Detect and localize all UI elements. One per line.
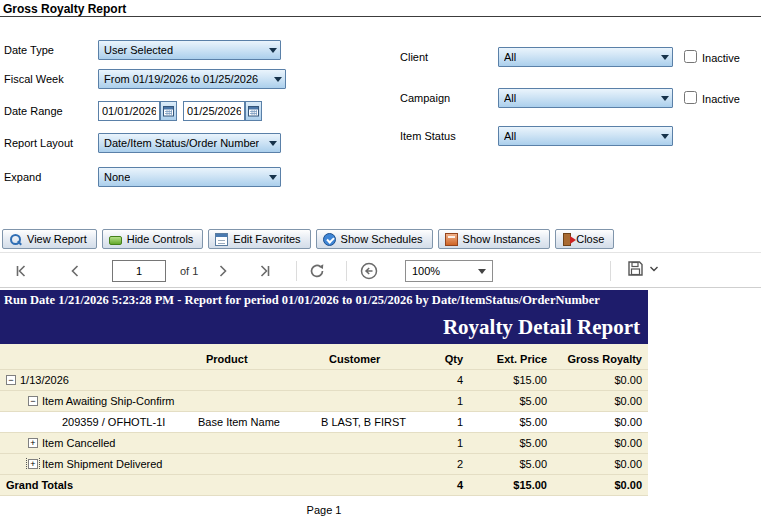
chevron-down-icon [269,48,277,53]
cell-c6: $0.00 [555,437,648,449]
item-status-label: Item Status [400,130,456,142]
refresh-icon [308,262,326,280]
report-row: 209359 / OFHOTL-1IBase Item NameB LAST, … [0,412,648,433]
action-button-bar: View ReportHide ControlsEdit FavoritesSh… [2,229,614,249]
expand-select[interactable]: None [98,167,281,187]
cell-c6: $0.00 [555,416,648,428]
hide-controls-button[interactable]: Hide Controls [102,229,204,249]
column-header-ext-price: Ext. Price [465,353,555,365]
date-type-select[interactable]: User Selected [98,40,281,60]
report-viewer: Run Date 1/21/2026 5:23:28 PM - Report f… [0,290,648,516]
date-range-label: Date Range [4,105,63,117]
page-title: Gross Royalty Report [0,0,761,16]
report-row: −Item Awaiting Ship-Confirm1$5.00$0.00 [0,391,648,412]
refresh-button[interactable] [304,259,330,283]
cell-c6: $0.00 [555,479,648,491]
view-report-button[interactable]: View Report [2,229,97,249]
magnifier-icon [9,233,22,246]
page-number-input[interactable] [112,260,166,282]
cell-c6: $0.00 [555,374,648,386]
page-count-label: of 1 [180,265,198,277]
group-cell: 209359 / OFHOTL-1I [0,416,190,428]
date-range-from-input[interactable] [98,101,160,121]
expand-toggle-icon[interactable]: + [28,438,38,448]
button-label: Close [576,233,604,245]
report-rows: −1/13/20264$15.00$0.00−Item Awaiting Shi… [0,370,648,496]
report-header-row: Product Customer Qty Ext. Price Gross Ro… [0,344,648,370]
button-label: Show Schedules [341,233,423,245]
edit-favorites-icon [215,233,228,246]
report-row: +Item Shipment Delivered2$5.00$0.00 [0,454,648,475]
cell-c3: B LAST, B FIRST [315,416,430,428]
campaign-inactive-label: Inactive [702,93,740,105]
column-header-customer: Customer [315,353,430,365]
group-cell: +Item Shipment Delivered [0,458,190,470]
show-instances-button[interactable]: Show Instances [438,229,551,249]
show-schedules-icon [323,233,336,246]
date-range-from-calendar-button[interactable] [160,101,177,121]
report-layout-label: Report Layout [4,137,73,149]
report-title: Royalty Detail Report [0,311,648,344]
cell-c4: 2 [430,458,465,470]
cell-c6: $0.00 [555,395,648,407]
chevron-down-icon [661,96,669,101]
client-inactive-checkbox[interactable] [684,50,697,63]
report-row: +Item Cancelled1$5.00$0.00 [0,433,648,454]
show-instances-icon [445,233,458,246]
expand-value: None [104,171,130,183]
row-label: 209359 / OFHOTL-1I [62,416,165,428]
campaign-inactive-checkbox[interactable] [684,91,697,104]
cell-c4: 1 [430,416,465,428]
report-row: −1/13/20264$15.00$0.00 [0,370,648,391]
row-label: Item Shipment Delivered [42,458,162,470]
report-page-footer: Page 1 [0,496,648,516]
button-label: View Report [27,233,87,245]
close-icon [563,233,571,246]
collapse-toggle-icon[interactable]: − [28,396,38,406]
chevron-down-icon [649,265,659,273]
fiscal-week-select[interactable]: From 01/19/2026 to 01/25/2026 [98,69,286,89]
column-header-qty: Qty [430,353,465,365]
item-status-select[interactable]: All [498,126,673,146]
group-cell: −Item Awaiting Ship-Confirm [0,395,190,407]
client-select[interactable]: All [498,47,673,67]
next-page-button[interactable] [210,259,236,283]
previous-page-icon [67,263,83,279]
column-header-product: Product [190,353,315,365]
chevron-down-icon [478,269,486,274]
report-layout-value: Date/Item Status/Order Number [104,137,259,149]
chevron-down-icon [661,134,669,139]
save-export-control[interactable] [626,259,659,278]
first-page-icon [13,263,29,279]
back-button[interactable] [356,259,382,283]
client-inactive-label: Inactive [702,52,740,64]
campaign-value: All [504,92,516,104]
back-icon [359,261,379,281]
show-schedules-button[interactable]: Show Schedules [316,229,433,249]
campaign-select[interactable]: All [498,88,673,108]
toolbar-separator [610,261,611,281]
collapse-toggle-icon[interactable]: − [6,375,16,385]
report-layout-select[interactable]: Date/Item Status/Order Number [98,133,281,153]
last-page-button[interactable] [252,259,278,283]
hide-controls-icon [109,236,122,245]
date-range-to-input[interactable] [183,101,245,121]
fiscal-week-label: Fiscal Week [4,73,64,85]
close-button[interactable]: Close [555,229,614,249]
cell-c5: $5.00 [465,395,555,407]
date-type-value: User Selected [104,44,173,56]
chevron-down-icon [269,175,277,180]
fiscal-week-value: From 01/19/2026 to 01/25/2026 [104,73,258,85]
cell-c5: $15.00 [465,479,555,491]
edit-favorites-button[interactable]: Edit Favorites [208,229,310,249]
row-label: Grand Totals [6,479,73,491]
date-range-to-calendar-button[interactable] [245,101,262,121]
cell-c5: $15.00 [465,374,555,386]
expand-toggle-icon[interactable]: + [28,459,38,469]
group-cell: −1/13/2026 [0,374,190,386]
previous-page-button[interactable] [62,259,88,283]
client-label: Client [400,51,428,63]
zoom-select[interactable]: 100% [405,260,493,282]
calendar-icon [248,105,259,117]
first-page-button[interactable] [8,259,34,283]
